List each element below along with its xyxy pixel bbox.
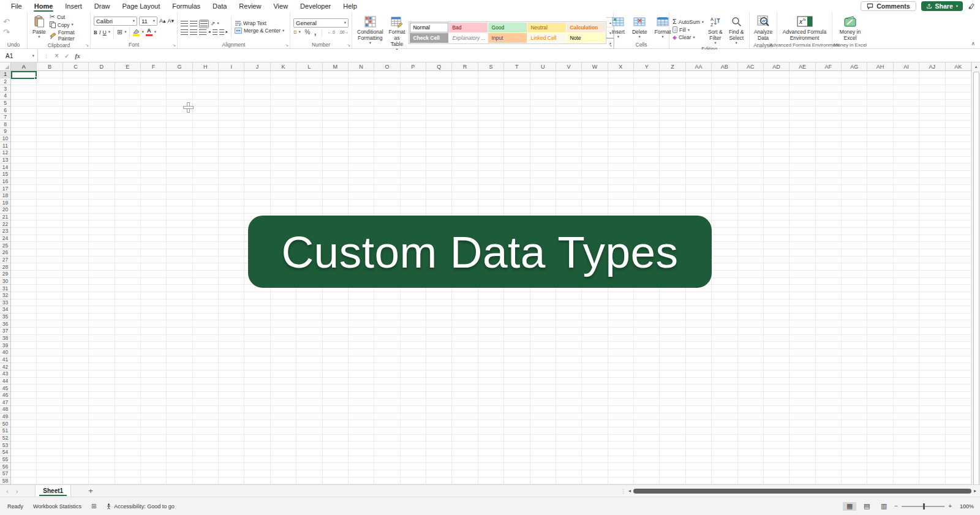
row-header-21[interactable]: 21: [0, 214, 10, 221]
column-header-M[interactable]: M: [323, 62, 349, 70]
scroll-right-icon[interactable]: ▸: [974, 488, 976, 494]
menu-tab-view[interactable]: View: [267, 0, 294, 12]
column-header-U[interactable]: U: [530, 62, 556, 70]
column-header-Y[interactable]: Y: [634, 62, 660, 70]
row-header-53[interactable]: 53: [0, 442, 10, 449]
column-header-X[interactable]: X: [608, 62, 634, 70]
normal-view-icon[interactable]: ▦: [843, 502, 856, 511]
analyze-data-button[interactable]: Analyze Data: [752, 13, 774, 42]
cut-button[interactable]: ✂Cut: [50, 13, 65, 20]
insert-function-icon[interactable]: fx: [75, 53, 80, 59]
scroll-up-icon[interactable]: ▴: [972, 62, 980, 71]
font-color-button[interactable]: A: [146, 28, 153, 36]
row-header-50[interactable]: 50: [0, 420, 10, 427]
merge-center-button[interactable]: Merge & Center ▾: [235, 28, 284, 34]
menu-tab-developer[interactable]: Developer: [294, 0, 337, 12]
row-header-15[interactable]: 15: [0, 171, 10, 178]
cell-style-good[interactable]: Good: [488, 23, 527, 32]
row-header-16[interactable]: 16: [0, 178, 10, 186]
copy-button[interactable]: Copy▾: [50, 21, 74, 28]
align-left-icon[interactable]: [181, 29, 188, 35]
row-header-29[interactable]: 29: [0, 271, 10, 278]
row-header-31[interactable]: 31: [0, 285, 10, 292]
row-header-7[interactable]: 7: [0, 114, 10, 121]
menu-tab-home[interactable]: Home: [28, 0, 59, 12]
column-header-AC[interactable]: AC: [738, 62, 764, 70]
cancel-icon[interactable]: ×: [55, 51, 59, 60]
column-header-A[interactable]: A: [11, 62, 37, 70]
cell-style-linked-cell[interactable]: Linked Cell: [527, 33, 566, 43]
percent-style-icon[interactable]: %: [305, 29, 311, 36]
menu-tab-data[interactable]: Data: [206, 0, 233, 12]
column-header-AJ[interactable]: AJ: [919, 62, 945, 70]
column-header-W[interactable]: W: [582, 62, 608, 70]
page-break-view-icon[interactable]: ▥: [877, 502, 891, 511]
cell-style-neutral[interactable]: Neutral: [527, 23, 566, 32]
row-header-20[interactable]: 20: [0, 206, 10, 214]
row-header-48[interactable]: 48: [0, 406, 10, 413]
comma-style-icon[interactable]: ,: [314, 29, 316, 36]
sheet-tab-sheet1[interactable]: Sheet1: [35, 485, 71, 497]
column-header-AA[interactable]: AA: [686, 62, 712, 70]
row-header-23[interactable]: 23: [0, 228, 10, 235]
undo-icon[interactable]: ↶: [3, 18, 10, 26]
row-header-56[interactable]: 56: [0, 463, 10, 470]
row-header-49[interactable]: 49: [0, 413, 10, 421]
name-box[interactable]: A1 ▾: [0, 50, 38, 62]
column-header-R[interactable]: R: [452, 62, 478, 70]
collapse-ribbon-icon[interactable]: ∧: [971, 40, 975, 47]
font-name-select[interactable]: Calibri▾: [94, 17, 137, 26]
fill-color-button[interactable]: [133, 29, 140, 36]
underline-button[interactable]: U: [103, 29, 107, 36]
row-header-40[interactable]: 40: [0, 349, 10, 356]
vertical-scrollbar-thumb[interactable]: [973, 72, 979, 487]
row-header-22[interactable]: 22: [0, 220, 10, 228]
cell-style-calculation[interactable]: Calculation: [567, 23, 605, 32]
comments-button[interactable]: Comments: [861, 1, 916, 11]
cell-style-note[interactable]: Note: [567, 33, 605, 43]
borders-icon[interactable]: ⊞: [117, 29, 123, 36]
fill-button[interactable]: ↓Fill▾: [673, 26, 690, 33]
select-all-corner[interactable]: [0, 62, 11, 71]
column-header-AF[interactable]: AF: [816, 62, 842, 70]
bottom-align-icon[interactable]: [199, 20, 209, 28]
row-header-37[interactable]: 37: [0, 328, 10, 335]
row-header-28[interactable]: 28: [0, 263, 10, 271]
column-header-C[interactable]: C: [63, 62, 89, 70]
row-header-19[interactable]: 19: [0, 200, 10, 207]
row-header-58[interactable]: 58: [0, 478, 10, 485]
row-header-3[interactable]: 3: [0, 85, 10, 92]
zoom-out-button[interactable]: −: [894, 503, 898, 509]
accessibility-status[interactable]: Accessibility: Good to go: [101, 497, 179, 515]
column-header-E[interactable]: E: [115, 62, 141, 70]
decrease-font-size-button[interactable]: A▾: [167, 18, 174, 24]
row-header-5[interactable]: 5: [0, 100, 10, 107]
cell-style-check-cell[interactable]: Check Cell: [410, 33, 448, 43]
column-header-S[interactable]: S: [478, 62, 504, 70]
scrollbar-drag-handle-icon[interactable]: ⋮: [620, 488, 626, 494]
row-header-32[interactable]: 32: [0, 292, 10, 299]
bold-button[interactable]: B: [94, 29, 97, 36]
row-header-36[interactable]: 36: [0, 320, 10, 328]
column-header-L[interactable]: L: [296, 62, 322, 70]
number-dialog-launcher-icon[interactable]: ↘: [347, 43, 350, 47]
column-header-AB[interactable]: AB: [712, 62, 737, 70]
styles-dialog-launcher-icon[interactable]: ↘: [608, 43, 612, 47]
cell-style-normal[interactable]: Normal: [410, 23, 448, 32]
clipboard-dialog-launcher-icon[interactable]: ↘: [85, 43, 89, 47]
row-header-2[interactable]: 2: [0, 78, 10, 86]
macro-record-icon[interactable]: ⊞: [86, 497, 101, 515]
sheet-nav-right-icon[interactable]: ›: [12, 487, 22, 495]
format-painter-button[interactable]: Format Painter: [50, 29, 87, 42]
enter-icon[interactable]: ✓: [64, 53, 69, 59]
row-header-26[interactable]: 26: [0, 249, 10, 257]
decrease-indent-icon[interactable]: ◂: [208, 29, 217, 35]
row-header-11[interactable]: 11: [0, 142, 10, 149]
row-header-33[interactable]: 33: [0, 299, 10, 307]
vertical-scrollbar[interactable]: ▴ ▾: [971, 62, 980, 497]
column-header-AE[interactable]: AE: [790, 62, 815, 70]
column-header-B[interactable]: B: [37, 62, 62, 70]
row-header-39[interactable]: 39: [0, 342, 10, 349]
advanced-formula-environment-button[interactable]: xfx Advanced Formula Environment: [780, 13, 829, 42]
row-header-43[interactable]: 43: [0, 370, 10, 378]
